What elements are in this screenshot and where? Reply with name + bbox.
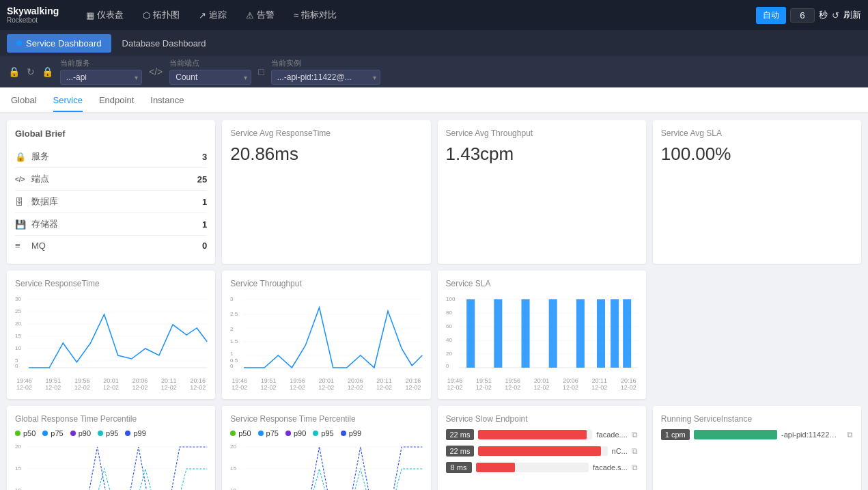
row-3: Global Response Time Percentile p50 p75 … xyxy=(7,406,861,490)
svg-text:10: 10 xyxy=(15,345,21,351)
trace-icon: ↗ xyxy=(199,10,206,21)
current-endpoint-selector: 当前端点 Count xyxy=(169,58,251,85)
service-label: 服务 xyxy=(31,150,202,163)
svg-rect-43 xyxy=(576,299,584,368)
sla-chart-title: Service SLA xyxy=(446,279,638,288)
response-time-xaxis: 19:4612-02 19:5112-02 19:5612-02 20:0112… xyxy=(15,377,207,391)
p90-label: p90 xyxy=(79,429,91,437)
instance-icon: □ xyxy=(258,66,264,77)
svg-text:100: 100 xyxy=(446,296,456,302)
svg-rect-42 xyxy=(548,299,557,368)
nav-topology-label: 拓扑图 xyxy=(153,9,180,21)
current-service-selector: 当前服务 ...-api xyxy=(60,58,142,85)
slow-bar-wrap-3 xyxy=(476,463,589,472)
refresh-icon[interactable]: ↺ xyxy=(832,10,839,21)
storage-count: 1 xyxy=(202,219,207,230)
instance-bar-1 xyxy=(694,430,777,439)
refresh-toolbar-icon[interactable]: ↻ xyxy=(27,66,35,77)
svg-text:15: 15 xyxy=(230,465,236,472)
service-count: 3 xyxy=(202,152,207,162)
topology-icon: ⬡ xyxy=(143,10,150,21)
p75-label: p75 xyxy=(51,429,63,437)
sub-tab-instance[interactable]: Instance xyxy=(150,90,184,112)
slow-label-1: facade.... xyxy=(596,431,627,439)
alarm-icon: ⚠ xyxy=(246,10,254,21)
nav-dashboard[interactable]: ▦ 仪表盘 xyxy=(78,5,132,25)
nav-alarm-label: 告警 xyxy=(257,9,275,21)
endpoint-count: 25 xyxy=(197,174,207,185)
current-service-label: 当前服务 xyxy=(60,58,142,68)
copy-icon-2[interactable]: ⧉ xyxy=(632,446,638,456)
app-name: Skywalking xyxy=(7,6,59,16)
nav-metrics[interactable]: ≈ 指标对比 xyxy=(285,5,345,25)
endpoint-select-wrapper: Count xyxy=(169,70,251,85)
dashboard-icon: ▦ xyxy=(86,10,94,21)
copy-icon-3[interactable]: ⧉ xyxy=(632,463,638,472)
svc-p90-label: p90 xyxy=(294,429,306,437)
avg-sla-title: Service Avg SLA xyxy=(661,128,853,138)
sub-tab-global[interactable]: Global xyxy=(11,90,37,112)
svc-p90-dot xyxy=(285,431,291,436)
copy-icon-1[interactable]: ⧉ xyxy=(632,430,638,439)
slow-endpoint-card: Service Slow Endpoint 22 ms facade.... ⧉… xyxy=(438,406,646,490)
sub-tab-service[interactable]: Service xyxy=(53,90,83,112)
slow-item-1: 22 ms facade.... ⧉ xyxy=(446,429,638,440)
p50-dot xyxy=(15,431,20,436)
nav-alarm[interactable]: ⚠ 告警 xyxy=(238,5,283,25)
throughput-chart-card: Service Throughput 3 2.5 2 1.5 1 0.5 0 xyxy=(222,271,430,399)
mq-count: 0 xyxy=(202,241,207,251)
p95-dot xyxy=(98,431,103,436)
refresh-label[interactable]: 刷新 xyxy=(843,9,861,21)
nav-topology[interactable]: ⬡ 拓扑图 xyxy=(135,5,188,25)
endpoint-icon: </> xyxy=(15,176,26,183)
tab-database-dashboard[interactable]: Database Dashboard xyxy=(113,34,216,53)
brief-row-storage: 💾 存储器 1 xyxy=(15,213,207,236)
instance-select[interactable]: ...-api-pid:11422@... xyxy=(271,70,380,85)
svg-text:1: 1 xyxy=(230,351,234,357)
metrics-icon: ≈ xyxy=(294,10,298,21)
avg-throughput-card: Service Avg Throughput 1.43cpm xyxy=(438,120,646,264)
avg-response-title: Service Avg ResponseTime xyxy=(230,128,422,138)
auto-button[interactable]: 自动 xyxy=(756,7,786,24)
slow-bar-2 xyxy=(478,446,601,456)
instance-copy-icon-1[interactable]: ⧉ xyxy=(847,430,853,439)
nav-trace[interactable]: ↗ 追踪 xyxy=(191,5,235,25)
slow-item-3: 8 ms facade.s... ⧉ xyxy=(446,462,638,473)
mq-label: MQ xyxy=(31,241,202,251)
sub-tab-endpoint[interactable]: Endpoint xyxy=(99,90,134,112)
instance-label-1: -api-pid:11422@zt... xyxy=(781,431,843,439)
nav-metrics-label: 指标对比 xyxy=(301,9,337,21)
svg-rect-45 xyxy=(611,299,619,368)
running-instance-card: Running ServiceInstance 1 cpm -api-pid:1… xyxy=(653,406,861,490)
global-percentile-legend: p50 p75 p90 p95 p99 xyxy=(15,429,207,437)
svc-legend-p75: p75 xyxy=(258,429,279,437)
tab-database-dashboard-label: Database Dashboard xyxy=(122,38,206,49)
endpoint-select[interactable]: Count xyxy=(169,70,251,85)
svc-p95-dot xyxy=(313,431,318,436)
tab-service-dashboard[interactable]: Service Dashboard xyxy=(7,34,111,53)
refresh-interval-input[interactable] xyxy=(790,8,815,23)
current-instance-selector: 当前实例 ...-api-pid:11422@... xyxy=(271,58,380,85)
avg-throughput-title: Service Avg Throughput xyxy=(446,128,638,138)
global-brief-card: Global Brief 🔒 服务 3 </> 端点 25 🗄 数据库 1 💾 … xyxy=(7,120,215,264)
service-percentile-title: Service Response Time Percentile xyxy=(230,414,422,424)
sub-tab-bar: Global Service Endpoint Instance xyxy=(0,87,868,113)
row-1: Global Brief 🔒 服务 3 </> 端点 25 🗄 数据库 1 💾 … xyxy=(7,120,861,264)
running-instance-title: Running ServiceInstance xyxy=(661,414,853,424)
legend-p50: p50 xyxy=(15,429,36,437)
global-percentile-title: Global Response Time Percentile xyxy=(15,414,207,424)
svg-rect-40 xyxy=(494,299,502,368)
sub-tab-endpoint-label: Endpoint xyxy=(99,95,134,105)
dashboard-tab-bar: Service Dashboard Database Dashboard xyxy=(0,30,868,56)
service-select[interactable]: ...-api xyxy=(60,70,142,85)
svg-text:15: 15 xyxy=(15,333,21,339)
slow-endpoint-title: Service Slow Endpoint xyxy=(446,414,638,424)
response-time-chart-card: Service ResponseTime 30 25 20 15 10 5 0 xyxy=(7,271,215,399)
throughput-chart-title: Service Throughput xyxy=(230,279,422,288)
slow-item-2: 22 ms nC... ⧉ xyxy=(446,446,638,457)
p75-dot xyxy=(42,431,48,436)
svg-rect-39 xyxy=(466,299,475,368)
instance-item-1: 1 cpm -api-pid:11422@zt... ⧉ xyxy=(661,429,853,440)
svg-text:20: 20 xyxy=(15,321,21,327)
svc-p50-label: p50 xyxy=(238,429,251,437)
